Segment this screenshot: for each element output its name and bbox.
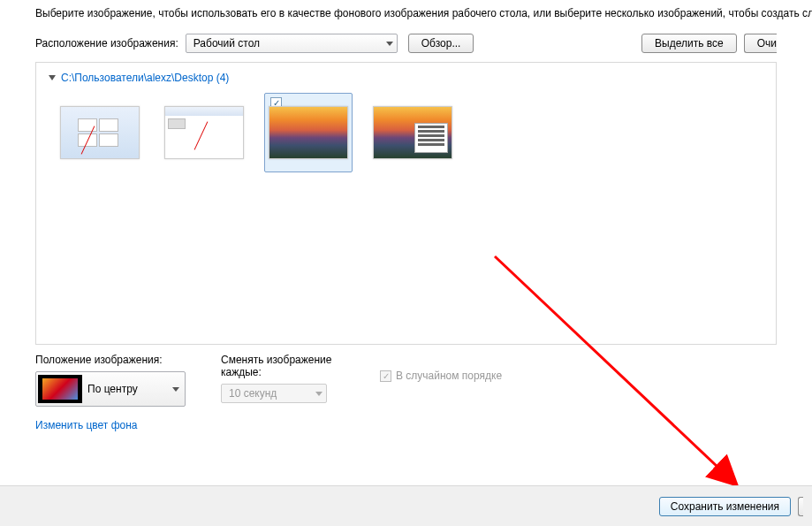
position-label: Положение изображения: xyxy=(35,354,186,366)
interval-dropdown: 10 секунд xyxy=(221,384,327,403)
footer-bar: Сохранить изменения xyxy=(0,485,812,526)
position-preview-icon xyxy=(38,375,82,403)
shuffle-checkbox: ✓ В случайном порядке xyxy=(380,370,502,382)
browse-button[interactable]: Обзор... xyxy=(408,34,474,53)
save-button[interactable]: Сохранить изменения xyxy=(659,497,791,516)
change-bg-color-link[interactable]: Изменить цвет фона xyxy=(35,419,138,431)
thumbnail-2[interactable] xyxy=(160,93,248,172)
thumbnail-1[interactable] xyxy=(56,93,144,172)
chevron-down-icon xyxy=(386,42,393,46)
image-gallery: C:\Пользователи\alexz\Desktop (4) xyxy=(35,62,777,345)
location-dropdown[interactable]: Рабочий стол xyxy=(186,34,398,53)
interval-label: Сменять изображение каждые: xyxy=(221,354,345,378)
thumbnail-4[interactable] xyxy=(368,93,457,172)
position-dropdown[interactable]: По центру xyxy=(35,371,186,407)
shuffle-label: В случайном порядке xyxy=(396,370,502,382)
folder-path[interactable]: C:\Пользователи\alexz\Desktop (4) xyxy=(61,72,229,84)
location-dropdown-value: Рабочий стол xyxy=(194,37,260,50)
instruction-text: Выберите изображение, чтобы использовать… xyxy=(35,7,777,19)
chevron-down-icon xyxy=(172,387,179,392)
clear-button[interactable]: Очи xyxy=(744,34,777,53)
interval-dropdown-value: 10 секунд xyxy=(229,387,277,400)
collapse-icon[interactable] xyxy=(49,75,56,80)
cancel-button[interactable] xyxy=(798,497,803,516)
position-dropdown-value: По центру xyxy=(87,383,169,395)
chevron-down-icon xyxy=(315,392,323,396)
checkbox-icon: ✓ xyxy=(380,370,391,382)
location-label: Расположение изображения: xyxy=(35,37,178,50)
thumbnail-3[interactable]: ✓ xyxy=(264,93,353,172)
select-all-button[interactable]: Выделить все xyxy=(641,34,737,53)
